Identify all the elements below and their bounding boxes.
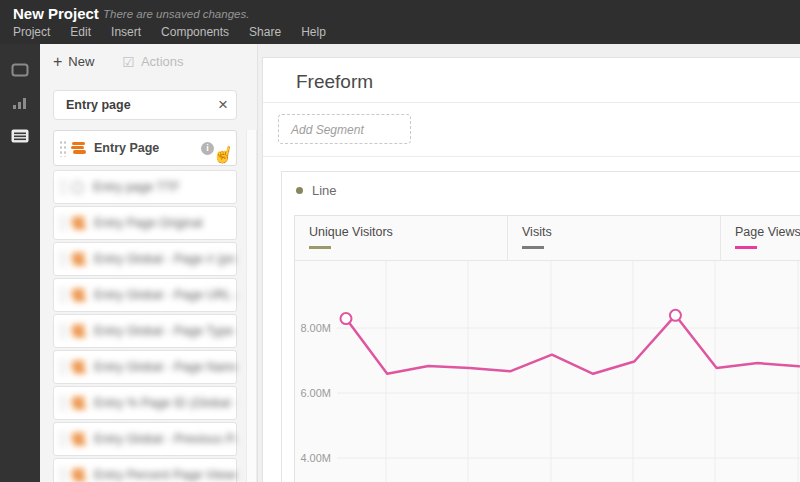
- dimension-icon: [71, 142, 85, 155]
- list-item[interactable]: Entry Global - Page URL (prop#): [53, 278, 237, 312]
- menu-item-components[interactable]: Components: [161, 25, 229, 39]
- list-item-label: Entry % Page ID (Global - Prev...: [94, 396, 236, 410]
- new-button-label: New: [68, 54, 94, 69]
- legend-label: Visits: [522, 225, 720, 239]
- line-visualization: Line Unique VisitorsVisitsPage Views 8.0…: [281, 171, 800, 482]
- left-icon-rail: [0, 44, 40, 482]
- dimension-icon: [71, 253, 85, 266]
- clear-search-icon[interactable]: ×: [218, 95, 228, 115]
- menu-item-project[interactable]: Project: [13, 25, 50, 39]
- project-title: New Project: [13, 5, 99, 22]
- visualizations-icon[interactable]: [11, 95, 29, 111]
- list-item[interactable]: Entry Percent Page Viewed (d...: [53, 458, 237, 482]
- divider: [263, 156, 800, 157]
- list-item-label: Entry Global - Page Type (prop#): [94, 324, 236, 338]
- new-component-button[interactable]: + New: [53, 54, 94, 69]
- list-item[interactable]: Entry page TTF: [53, 170, 237, 204]
- drag-handle-icon[interactable]: [58, 358, 66, 376]
- viz-color-dot-icon: [296, 187, 303, 194]
- drag-handle-icon[interactable]: [58, 286, 66, 304]
- legend-swatch-icon: [522, 246, 544, 249]
- actions-checkbox-icon: ☑: [122, 55, 135, 69]
- line-chart-plot[interactable]: 8.00M6.00M4.00M: [295, 261, 800, 482]
- drag-handle-icon[interactable]: [58, 394, 66, 412]
- search-input[interactable]: [66, 91, 206, 119]
- plus-icon: +: [53, 55, 62, 69]
- svg-text:6.00M: 6.00M: [300, 387, 331, 399]
- list-item-label: Entry Percent Page Viewed (d...: [94, 468, 236, 482]
- menu-bar: ProjectEditInsertComponentsShareHelp: [13, 25, 326, 39]
- menu-item-share[interactable]: Share: [249, 25, 281, 39]
- menu-item-edit[interactable]: Edit: [70, 25, 91, 39]
- add-segment-dropzone[interactable]: Add Segment: [278, 114, 411, 144]
- list-item-label: Entry Page Original: [94, 216, 202, 230]
- dimension-icon: [71, 361, 85, 374]
- menu-item-help[interactable]: Help: [301, 25, 326, 39]
- list-item[interactable]: Entry Pagei☝: [53, 130, 237, 166]
- drag-handle-icon[interactable]: [58, 139, 66, 157]
- list-item[interactable]: Entry Global - Page Name (pro...: [53, 350, 237, 384]
- list-item[interactable]: Entry % Page ID (Global - Prev...: [53, 386, 237, 420]
- freeform-panel: Freeform Add Segment Line Unique Visitor…: [262, 57, 800, 482]
- drag-handle-icon[interactable]: [58, 214, 66, 232]
- dimension-icon: [71, 325, 85, 338]
- list-item-label: Entry page TTF: [93, 180, 180, 194]
- dimension-icon: [71, 289, 85, 302]
- drag-handle-icon[interactable]: [58, 322, 66, 340]
- list-item[interactable]: Entry Page Original: [53, 206, 237, 240]
- dimension-icon: [71, 433, 85, 446]
- legend-label: Page Views: [735, 225, 800, 239]
- add-segment-label: Add Segment: [291, 123, 364, 137]
- list-item-label: Entry Page: [94, 141, 159, 155]
- drag-handle-icon[interactable]: [58, 430, 66, 448]
- list-item-label: Entry Global - Previous Page (p...: [94, 432, 236, 446]
- actions-button[interactable]: ☑ Actions: [122, 54, 183, 69]
- dimension-icon: [71, 397, 85, 410]
- dimension-icon: [71, 217, 85, 230]
- components-panel: + New ☑ Actions × Entry Pagei☝Entry page…: [40, 44, 258, 482]
- chart-legend: Unique VisitorsVisitsPage Views: [295, 216, 800, 261]
- list-item-label: Entry Global - Page # (prop#): [94, 252, 236, 266]
- panel-title: Freeform: [296, 71, 373, 93]
- top-bar: New Project There are unsaved changes. P…: [0, 0, 800, 44]
- chart-container: Unique VisitorsVisitsPage Views 8.00M6.0…: [294, 215, 800, 482]
- components-icon[interactable]: [11, 128, 29, 144]
- viz-title-label[interactable]: Line: [312, 183, 337, 198]
- menu-item-insert[interactable]: Insert: [111, 25, 141, 39]
- list-item[interactable]: Entry Global - Page # (prop#): [53, 242, 237, 276]
- list-item-label: Entry Global - Page URL (prop#): [94, 288, 236, 302]
- dimension-icon: [71, 469, 85, 482]
- legend-swatch-icon: [309, 246, 331, 249]
- legend-column-unique-visitors[interactable]: Unique Visitors: [295, 216, 508, 260]
- divider: [263, 102, 800, 103]
- component-results-list: Entry Pagei☝Entry page TTFEntry Page Ori…: [53, 130, 237, 482]
- legend-column-visits[interactable]: Visits: [508, 216, 721, 260]
- list-item[interactable]: Entry Global - Page Type (prop#): [53, 314, 237, 348]
- svg-text:4.00M: 4.00M: [300, 452, 331, 464]
- legend-swatch-icon: [735, 246, 757, 249]
- svg-text:8.00M: 8.00M: [300, 322, 331, 334]
- component-search: ×: [53, 90, 237, 120]
- panels-icon[interactable]: [11, 62, 29, 78]
- drag-handle-icon[interactable]: [58, 466, 66, 482]
- panel-scrollbar[interactable]: [246, 130, 257, 482]
- unsaved-changes-status: There are unsaved changes.: [103, 8, 249, 20]
- actions-button-label: Actions: [141, 54, 184, 69]
- app-window: New Project There are unsaved changes. P…: [0, 0, 800, 482]
- list-item[interactable]: Entry Global - Previous Page (p...: [53, 422, 237, 456]
- list-item-label: Entry Global - Page Name (pro...: [94, 360, 236, 374]
- drag-handle-icon[interactable]: [58, 178, 66, 196]
- legend-column-page-views[interactable]: Page Views: [721, 216, 800, 260]
- legend-label: Unique Visitors: [309, 225, 507, 239]
- metric-icon: [71, 181, 84, 194]
- drag-handle-icon[interactable]: [58, 250, 66, 268]
